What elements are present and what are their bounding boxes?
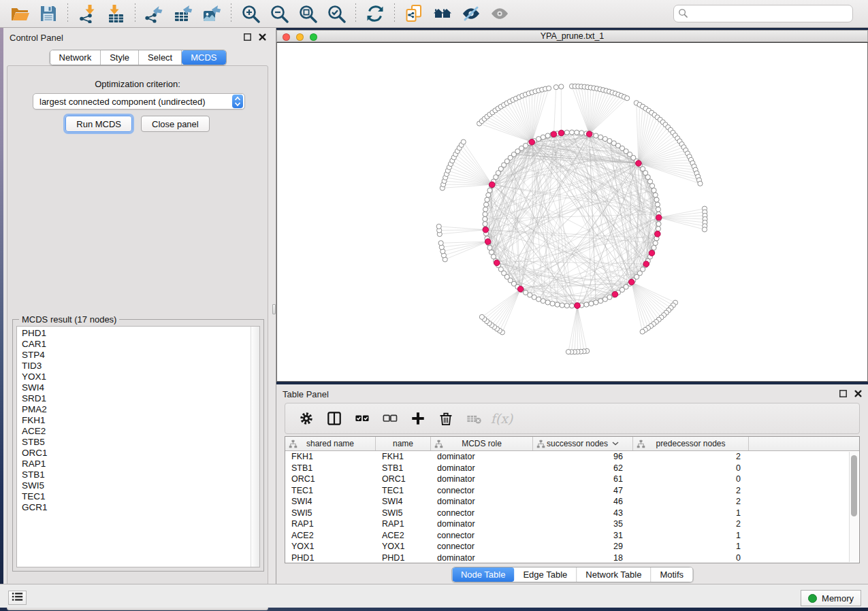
zoom-in-button[interactable] [236,2,265,25]
hide-eye-icon [462,4,481,23]
cell: 35 [533,519,633,529]
toggle-columns-button[interactable] [322,406,347,431]
export-network-button[interactable] [140,2,169,25]
mcds-result-item[interactable]: GCR1 [17,502,250,513]
splitter-grip[interactable] [272,304,276,314]
window-close-traffic-light[interactable] [283,33,290,41]
search-input[interactable] [673,5,853,22]
window-minimize-traffic-light[interactable] [296,33,304,41]
table-row[interactable]: STB1STB1dominator620 [285,463,859,474]
mcds-result-item[interactable]: ACE2 [17,426,250,437]
table-row[interactable]: SWI5SWI5connector431 [285,508,859,519]
table-scrollbar-thumb[interactable] [851,455,857,516]
window-zoom-traffic-light[interactable] [310,33,317,41]
hide-selection-button[interactable] [457,2,485,25]
column-header-successor-nodes[interactable]: successor nodes [533,437,633,450]
column-label: shared name [306,439,354,448]
table-tab-node-table[interactable]: Node Table [452,567,515,582]
table-row[interactable]: YOX1YOX1connector291 [285,541,859,552]
import-network-button[interactable] [73,2,101,25]
mcds-result-list[interactable]: PHD1CAR1STP4TID3YOX1SWI4SRD1PMA2FKH1ACE2… [16,326,260,567]
table-tab-edge-table[interactable]: Edge Table [514,567,577,582]
table-panel-float-button[interactable] [839,389,848,398]
table-settings-button[interactable] [294,406,319,431]
column-header-predecessor-nodes[interactable]: predecessor nodes [633,437,749,450]
control-panel-titlebar: Control Panel [3,28,272,44]
mcds-list-scrollbar[interactable] [251,327,259,567]
cell: SWI5 [285,508,376,518]
table-row[interactable]: FKH1FKH1dominator962 [285,451,859,463]
network-canvas-svg [277,43,867,381]
mcds-result-item[interactable]: PMA2 [17,404,250,415]
apply-function-button[interactable]: f(x) [489,406,514,431]
show-neighbors-button[interactable] [428,2,457,25]
zoom-out-button[interactable] [265,2,293,25]
apply-layout-button[interactable] [361,2,389,25]
mcds-result-item[interactable]: SRD1 [17,393,250,404]
table-row[interactable]: ACE2ACE2connector311 [285,530,859,542]
show-panels-button[interactable] [8,591,27,605]
cell: 47 [533,486,633,495]
table-panel-title: Table Panel [283,389,329,399]
select-all-columns-button[interactable] [350,406,374,431]
zoom-selected-button[interactable] [322,2,351,25]
table-tab-motifs[interactable]: Motifs [651,567,692,582]
control-panel-title: Control Panel [10,33,63,43]
tab-mcds[interactable]: MCDS [182,50,225,65]
network-canvas[interactable] [276,42,868,382]
table-panel-close-button[interactable] [854,389,863,398]
export-table-icon [174,4,193,23]
mcds-result-item[interactable]: STB1 [17,469,250,480]
cell: ORC1 [376,474,431,484]
table-row[interactable]: PHD1PHD1dominator180 [285,552,859,564]
mcds-result-item[interactable]: SWI4 [17,382,250,393]
zoom-fit-button[interactable] [293,2,322,25]
control-panel-float-button[interactable] [243,33,252,42]
toolbar-separator [231,3,231,24]
import-table-button[interactable] [101,2,130,25]
copy-network-button[interactable] [400,2,428,25]
run-mcds-button[interactable]: Run MCDS [65,116,132,132]
cell: connector [431,486,533,495]
tab-style[interactable]: Style [101,50,139,65]
mcds-result-item[interactable]: RAP1 [17,459,250,469]
table-row[interactable]: TEC1TEC1connector472 [285,485,859,497]
mcds-result-item[interactable]: TEC1 [17,491,250,502]
node-table: shared namenameMCDS rolesuccessor nodesp… [285,436,860,563]
mcds-result-item[interactable]: SWI5 [17,480,250,491]
deselect-all-columns-button[interactable] [378,406,402,431]
export-table-button[interactable] [169,2,197,25]
mcds-result-item[interactable]: PHD1 [17,328,250,339]
cell: connector [431,542,533,551]
mcds-result-item[interactable]: YOX1 [17,371,250,382]
table-row[interactable]: SWI4SWI4dominator462 [285,496,859,508]
delete-column-button[interactable] [434,406,458,431]
control-panel-close-button[interactable] [258,33,267,42]
show-all-button[interactable] [485,2,514,25]
cell: 2 [633,497,749,506]
mcds-result-item[interactable]: FKH1 [17,415,250,426]
add-column-button[interactable] [406,406,430,431]
column-header-name[interactable]: name [376,437,431,450]
cell: STB1 [285,463,376,473]
close-panel-button[interactable]: Close panel [141,116,210,132]
tab-select[interactable]: Select [139,50,182,65]
table-row[interactable]: ORC1ORC1dominator610 [285,474,859,485]
mcds-result-item[interactable]: TID3 [17,361,250,371]
table-tab-network-table[interactable]: Network Table [577,567,651,582]
mcds-result-item[interactable]: CAR1 [17,339,250,350]
open-file-icon [10,4,29,23]
save-session-button[interactable] [34,2,63,25]
tab-network[interactable]: Network [50,50,101,65]
column-header-shared-name[interactable]: shared name [285,437,376,450]
mcds-result-item[interactable]: STP4 [17,350,250,361]
optimization-criterion-select[interactable]: largest connected component (undirected) [33,93,245,110]
export-image-button[interactable] [197,2,226,25]
mcds-result-item[interactable]: STB5 [17,437,250,448]
delete-table-button[interactable] [462,406,486,431]
memory-button[interactable]: Memory [801,590,861,606]
table-row[interactable]: RAP1RAP1dominator352 [285,518,859,530]
mcds-result-item[interactable]: ORC1 [17,448,250,459]
open-file-button[interactable] [5,2,34,25]
column-header-MCDS-role[interactable]: MCDS role [431,437,533,450]
